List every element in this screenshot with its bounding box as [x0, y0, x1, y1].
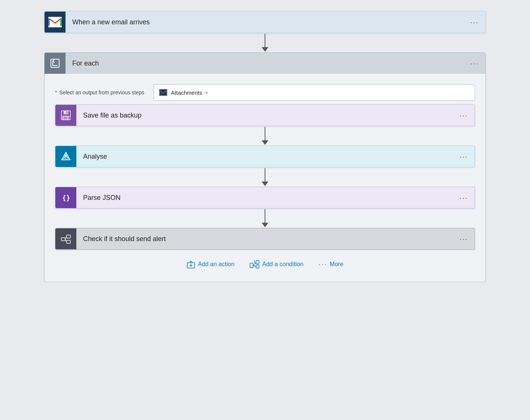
arrow-4: [262, 209, 268, 227]
svg-rect-17: [61, 238, 65, 241]
svg-text:{}: {}: [62, 194, 70, 202]
svg-rect-18: [67, 235, 70, 238]
parsejson-block[interactable]: {} Parse JSON ···: [55, 187, 475, 209]
svg-rect-5: [159, 91, 160, 95]
select-output-label: * Select an output from previous steps: [55, 89, 144, 95]
arrow-head-2: [262, 140, 268, 145]
analyse-block[interactable]: Analyse ···: [55, 146, 475, 167]
svg-rect-19: [67, 240, 70, 243]
arrow-2: [262, 127, 268, 145]
more-dots: ···: [319, 261, 328, 268]
required-star: *: [55, 89, 57, 95]
select-output-row: * Select an output from previous steps A…: [45, 80, 485, 104]
arrow-line-4: [265, 209, 265, 223]
save-file-block[interactable]: 10 01 Save file as backup ···: [55, 104, 475, 126]
save-svg: 10 01: [60, 110, 71, 121]
save-title: Save file as backup: [76, 112, 453, 119]
analyse-menu[interactable]: ···: [453, 152, 475, 161]
canvas: When a new email arrives ··· For eac: [0, 0, 530, 420]
add-condition-icon: [250, 260, 259, 268]
trigger-title: When a new email arrives: [66, 18, 463, 26]
flow-container: When a new email arrives ··· For eac: [44, 11, 486, 282]
svg-rect-29: [256, 265, 259, 268]
analyse-svg: [60, 151, 71, 162]
svg-line-31: [253, 265, 256, 267]
attachment-tag: Attachments ×: [171, 89, 208, 96]
checkalert-menu[interactable]: ···: [453, 235, 475, 243]
foreach-title: For each: [66, 60, 463, 67]
attachment-gmail-icon: [159, 89, 167, 96]
checkalert-block[interactable]: Check if it should send alert ···: [55, 228, 475, 250]
add-action-button[interactable]: Add an action: [187, 260, 235, 268]
analyse-title: Analyse: [76, 153, 453, 161]
parsejson-svg: {}: [60, 192, 71, 203]
trigger-menu[interactable]: ···: [463, 18, 485, 27]
arrow-1: [262, 34, 268, 52]
add-action-icon: [187, 260, 195, 268]
arrow-head-3: [262, 182, 268, 186]
select-output-field[interactable]: Attachments ×: [153, 84, 475, 101]
svg-line-30: [253, 262, 256, 265]
more-button[interactable]: ··· More: [319, 261, 343, 268]
add-condition-label: Add a condition: [262, 261, 304, 268]
gmail-svg: [48, 17, 62, 27]
more-label: More: [330, 261, 343, 268]
parsejson-menu[interactable]: ···: [453, 194, 475, 202]
svg-text:10 01: 10 01: [64, 117, 71, 120]
inner-steps: 10 01 Save file as backup ···: [45, 104, 485, 250]
arrow-3: [262, 168, 268, 186]
svg-rect-28: [256, 261, 259, 264]
parsejson-title: Parse JSON: [76, 194, 453, 202]
trigger-block[interactable]: When a new email arrives ···: [44, 11, 486, 33]
svg-rect-9: [64, 111, 66, 114]
foreach-container: For each ··· * Select an output from pre…: [44, 52, 486, 282]
foreach-header[interactable]: For each ···: [45, 53, 485, 74]
bottom-actions: Add an action Add a condition: [45, 250, 485, 271]
arrow-line-1: [265, 34, 265, 47]
arrow-line-3: [265, 168, 265, 182]
add-action-label: Add an action: [198, 261, 235, 268]
svg-rect-8: [63, 111, 68, 115]
arrow-head-4: [262, 223, 268, 227]
svg-rect-27: [250, 263, 253, 268]
trigger-icon: [45, 12, 66, 33]
checkalert-icon: [55, 228, 76, 249]
analyse-icon: [55, 146, 76, 167]
arrow-line-2: [265, 127, 265, 140]
parsejson-icon: {}: [55, 187, 76, 208]
foreach-menu[interactable]: ···: [463, 59, 485, 68]
svg-rect-4: [159, 89, 167, 95]
svg-rect-6: [166, 91, 167, 95]
foreach-icon: [45, 53, 66, 74]
select-label-text: Select an output from previous steps: [59, 89, 144, 95]
add-condition-button[interactable]: Add a condition: [250, 260, 304, 268]
save-menu[interactable]: ···: [453, 111, 475, 120]
attachment-remove[interactable]: ×: [205, 90, 208, 95]
save-icon: 10 01: [55, 105, 76, 126]
svg-rect-0: [48, 17, 62, 27]
checkalert-title: Check if it should send alert: [76, 235, 453, 243]
svg-rect-3: [51, 59, 59, 67]
foreach-svg: [49, 58, 61, 69]
attachment-label: Attachments: [171, 89, 202, 96]
checkalert-svg: [60, 233, 71, 244]
arrow-head-1: [262, 47, 268, 52]
